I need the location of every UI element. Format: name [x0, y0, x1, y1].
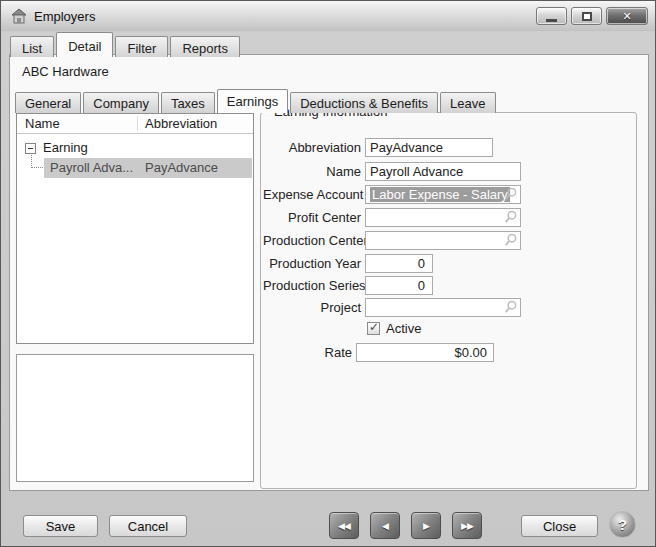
name-row: Name: [263, 161, 521, 181]
project-row: Project: [263, 297, 521, 317]
abbreviation-field[interactable]: [365, 138, 493, 157]
save-button[interactable]: Save: [23, 515, 98, 537]
help-button[interactable]: ?: [609, 511, 636, 538]
expense-account-label: Expense Account: [263, 187, 365, 202]
cancel-button[interactable]: Cancel: [109, 515, 187, 537]
last-record-button[interactable]: ▶▶: [452, 512, 482, 539]
production-series-field[interactable]: [365, 276, 433, 295]
tree-column-name[interactable]: Name: [25, 116, 60, 131]
project-field[interactable]: [365, 298, 521, 317]
abbreviation-label: Abbreviation: [263, 140, 365, 155]
production-series-row: Production Series: [263, 275, 433, 295]
tree-row-payroll-advance[interactable]: Payroll Adva... PayAdvance: [17, 158, 253, 178]
close-window-button[interactable]: ✕: [606, 7, 648, 25]
previous-record-icon: ◀: [382, 521, 388, 531]
production-center-row: Production Center: [263, 230, 521, 250]
production-center-label: Production Center: [263, 233, 365, 248]
tree-column-divider: [137, 116, 138, 131]
tab-detail[interactable]: Detail: [56, 32, 113, 57]
profit-center-row: Profit Center: [263, 207, 521, 227]
first-record-button[interactable]: ◀◀: [329, 512, 359, 539]
sub-tab-strip: General Company Taxes Earnings Deduction…: [15, 89, 496, 113]
active-checkbox[interactable]: [367, 322, 380, 335]
production-series-label: Production Series: [263, 278, 365, 293]
tab-leave-label: Leave: [450, 96, 485, 111]
first-record-icon: ◀◀: [338, 521, 350, 531]
close-icon: ✕: [622, 10, 631, 23]
name-label: Name: [263, 164, 365, 179]
cancel-button-label: Cancel: [128, 519, 168, 534]
lookup-magnifier-icon[interactable]: [503, 187, 518, 202]
employers-app-icon: [11, 8, 27, 24]
tree-header-row: Name Abbreviation: [17, 114, 253, 134]
close-button-label: Close: [543, 519, 576, 534]
title-bar[interactable]: Employers ✕: [1, 1, 655, 31]
window-controls: ✕: [536, 7, 648, 25]
employer-name: ABC Hardware: [22, 64, 109, 79]
window-title: Employers: [34, 9, 95, 24]
tab-reports[interactable]: Reports: [170, 36, 240, 57]
tab-filter[interactable]: Filter: [115, 36, 168, 57]
tab-list-label: List: [22, 41, 42, 56]
tab-taxes-label: Taxes: [171, 96, 205, 111]
next-record-icon: ▶: [423, 521, 429, 531]
tree-connector-line: [31, 153, 43, 168]
tab-earnings[interactable]: Earnings: [217, 89, 288, 113]
production-year-label: Production Year: [263, 256, 365, 271]
rate-label: Rate: [263, 345, 356, 360]
active-row: Active: [367, 321, 421, 336]
help-icon: ?: [618, 516, 627, 533]
close-button[interactable]: Close: [521, 515, 598, 537]
employers-window: Employers ✕ List Detail Filter Reports A…: [0, 0, 656, 547]
earnings-tree-panel: Name Abbreviation Earning Payroll Adva..…: [16, 113, 254, 344]
production-year-row: Production Year: [263, 253, 433, 273]
minimize-button[interactable]: [536, 7, 567, 25]
next-record-button[interactable]: ▶: [411, 512, 441, 539]
tab-deductions-benefits[interactable]: Deductions & Benefits: [290, 92, 438, 113]
last-record-icon: ▶▶: [461, 521, 473, 531]
lookup-magnifier-icon[interactable]: [503, 233, 518, 248]
tab-earnings-label: Earnings: [227, 94, 278, 109]
selected-text: Labor Expense - Salary: [370, 187, 510, 202]
profit-center-label: Profit Center: [263, 210, 365, 225]
save-button-label: Save: [46, 519, 76, 534]
tree-cell-abbreviation: PayAdvance: [145, 160, 218, 175]
expense-account-field[interactable]: Labor Expense - Salary: [365, 185, 521, 204]
tab-list[interactable]: List: [10, 36, 54, 57]
production-year-field[interactable]: [365, 254, 433, 273]
earning-information-group: Earning Information Abbreviation Name Ex…: [260, 112, 637, 489]
rate-field[interactable]: [356, 343, 494, 362]
earnings-lower-panel: [16, 354, 254, 482]
tab-general-label: General: [25, 96, 71, 111]
expense-account-row: Expense Account Labor Expense - Salary: [263, 184, 521, 204]
active-label: Active: [386, 321, 421, 336]
name-field[interactable]: [365, 162, 521, 181]
profit-center-field[interactable]: [365, 208, 521, 227]
maximize-button[interactable]: [571, 7, 602, 25]
lookup-magnifier-icon[interactable]: [503, 300, 518, 315]
maximize-icon: [582, 12, 592, 21]
minimize-icon: [546, 19, 557, 22]
project-label: Project: [263, 300, 365, 315]
tab-reports-label: Reports: [182, 41, 228, 56]
previous-record-button[interactable]: ◀: [370, 512, 400, 539]
tab-leave[interactable]: Leave: [440, 92, 495, 113]
tree-root-row[interactable]: Earning: [17, 138, 253, 158]
tree-root-label: Earning: [43, 140, 88, 155]
lookup-magnifier-icon[interactable]: [503, 210, 518, 225]
detail-page: ABC Hardware General Company Taxes Earni…: [9, 54, 649, 491]
main-tab-strip: List Detail Filter Reports: [10, 32, 240, 57]
tab-deductions-benefits-label: Deductions & Benefits: [300, 96, 428, 111]
tab-company[interactable]: Company: [83, 92, 159, 113]
production-center-field[interactable]: [365, 231, 521, 250]
tab-company-label: Company: [93, 96, 149, 111]
abbreviation-row: Abbreviation: [263, 137, 493, 157]
tree-cell-name: Payroll Adva...: [50, 160, 133, 175]
rate-row: Rate: [263, 342, 494, 362]
tab-general[interactable]: General: [15, 92, 81, 113]
tab-detail-label: Detail: [68, 39, 101, 54]
tab-filter-label: Filter: [127, 41, 156, 56]
tree-column-abbreviation[interactable]: Abbreviation: [145, 116, 217, 131]
tab-taxes[interactable]: Taxes: [161, 92, 215, 113]
